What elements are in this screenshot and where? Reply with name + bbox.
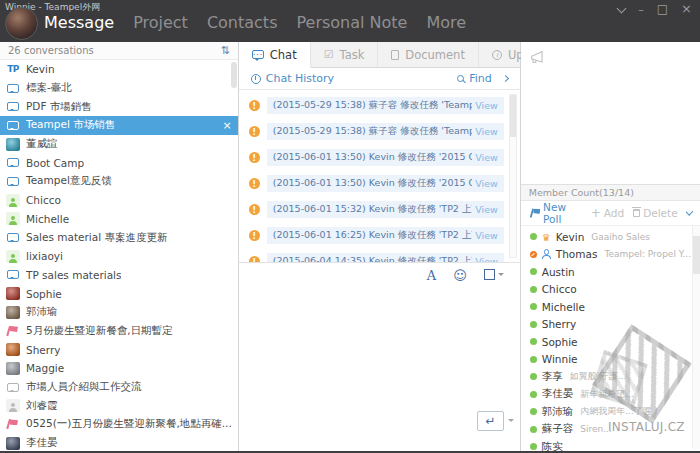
message-row[interactable]: (2015-06-01 16:25) Kevin 修改任務 'TP2 上市規劃'…: [249, 227, 504, 244]
member-status: 內網我周年...了喔！: [580, 405, 661, 418]
member-scrollbar-thumb[interactable]: [693, 236, 700, 274]
conversation-item[interactable]: 5月份慶生暨迎新餐會,日期暫定: [0, 322, 238, 341]
collapse-window-icon[interactable]: [617, 3, 627, 13]
view-link[interactable]: View: [475, 204, 498, 215]
presence-online-icon: [530, 443, 537, 450]
conversation-item[interactable]: 董威諠: [0, 135, 238, 154]
conversation-item[interactable]: Michelle: [0, 210, 238, 229]
maximize-button[interactable]: [657, 4, 668, 15]
delete-member-button[interactable]: Delete: [633, 207, 678, 219]
add-member-button[interactable]: Add: [591, 207, 624, 219]
conversation-item[interactable]: Chicco: [0, 191, 238, 210]
screenshot-button[interactable]: [484, 269, 495, 280]
conversation-item[interactable]: TP sales materials: [0, 266, 238, 285]
warning-icon: [249, 204, 260, 215]
message-row[interactable]: (2015-06-04 14:35) Kevin 修改任務 'TP2 上市規劃'…: [249, 253, 504, 262]
conversation-item[interactable]: 郭沛瑜: [0, 303, 238, 322]
conversation-item[interactable]: 市場人員介紹與工作交流: [0, 378, 238, 397]
conversation-name: 5月份慶生暨迎新餐會,日期暫定: [26, 324, 173, 338]
conversation-item[interactable]: 刘睿霞: [0, 396, 238, 415]
member-row[interactable]: Chicco: [521, 281, 700, 299]
message-text: (2015-06-04 14:35) Kevin 修改任務 'TP2 上市規劃': [273, 255, 472, 262]
conversation-item[interactable]: Sherry: [0, 340, 238, 359]
conversation-item[interactable]: PDF 市場銷售: [0, 97, 238, 116]
member-row[interactable]: 郭沛瑜內網我周年...了喔！: [521, 403, 700, 421]
conversation-item[interactable]: Teampel意见反馈: [0, 172, 238, 191]
message-row[interactable]: (2015-06-01 13:50) Kevin 修改任務 '2015 Q2 T…: [249, 149, 504, 166]
screenshot-dropdown-icon[interactable]: [498, 273, 504, 279]
tab-task[interactable]: Task: [311, 42, 379, 67]
conversation-item[interactable]: Boot Camp: [0, 153, 238, 172]
member-row[interactable]: ThomasTeampel: Propel Y...: [521, 246, 700, 264]
close-button[interactable]: [681, 4, 692, 15]
message-text: (2015-06-01 13:50) Kevin 修改任務 '2015 Q1, …: [273, 177, 472, 190]
member-scrollbar[interactable]: [692, 226, 700, 449]
new-poll-button[interactable]: New Poll: [529, 201, 582, 225]
conversation-item[interactable]: TPKevin: [0, 60, 238, 79]
conversation-item[interactable]: Sophie: [0, 284, 238, 303]
chat-icon: [6, 175, 20, 188]
collapse-members-icon[interactable]: [685, 207, 693, 215]
message-input[interactable]: [239, 286, 520, 451]
message-row[interactable]: (2015-05-29 15:38) 蘇子容 修改任務 'Teampel官網異動…: [249, 123, 504, 140]
find-link[interactable]: Find: [469, 72, 492, 85]
member-row[interactable]: 蘇子容Siren...: [521, 421, 700, 439]
announcement-area[interactable]: [521, 42, 700, 185]
message-row[interactable]: (2015-06-01 15:32) Kevin 修改任務 'TP2 上市規劃'…: [249, 201, 504, 218]
conversation-item[interactable]: 李佳晏: [0, 434, 238, 451]
member-name: Winnie: [542, 353, 578, 365]
chat-history-link[interactable]: Chat History: [266, 72, 334, 85]
message-row[interactable]: (2015-05-29 15:38) 蘇子容 修改任務 'Teampel官網異動…: [249, 97, 504, 114]
conversation-item[interactable]: 0525(一)五月份慶生暨迎新聚餐,地點再確...: [0, 415, 238, 434]
member-row[interactable]: 李享如翼般 守護...: [521, 368, 700, 386]
conversation-name: 郭沛瑜: [26, 305, 58, 319]
tab-chat[interactable]: Chat: [239, 42, 311, 68]
member-row[interactable]: 陈实: [521, 438, 700, 451]
presence-online-icon: [530, 268, 537, 275]
sort-icon[interactable]: [221, 44, 230, 57]
nav-item-message[interactable]: Message: [44, 13, 114, 32]
send-button[interactable]: [477, 411, 504, 431]
member-row[interactable]: Sophie: [521, 333, 700, 351]
chat-scrollbar[interactable]: [509, 94, 517, 258]
chat-scrollbar-thumb[interactable]: [510, 95, 516, 137]
nav-item-contacts[interactable]: Contacts: [207, 13, 278, 32]
message-row[interactable]: (2015-06-01 13:50) Kevin 修改任務 '2015 Q1, …: [249, 175, 504, 192]
view-link[interactable]: View: [475, 152, 498, 163]
tab-document[interactable]: Document: [378, 42, 479, 67]
member-row[interactable]: Austin: [521, 263, 700, 281]
send-options-icon[interactable]: [508, 419, 514, 425]
member-row[interactable]: Sherry: [521, 316, 700, 334]
member-row[interactable]: 李佳晏新年新希望...: [521, 386, 700, 404]
view-link[interactable]: View: [475, 100, 498, 111]
member-row[interactable]: Michelle: [521, 298, 700, 316]
member-row[interactable]: KevinGaaiho Sales: [521, 228, 700, 246]
conversation-item[interactable]: 標案-臺北: [0, 79, 238, 98]
view-link[interactable]: View: [475, 126, 498, 137]
avatar-icon: [6, 343, 20, 356]
avatar-icon: [6, 287, 20, 300]
emoji-button[interactable]: [453, 265, 467, 284]
find-next-icon[interactable]: [502, 75, 509, 82]
sidebar-scrollbar-thumb[interactable]: [231, 62, 237, 88]
nav-item-project[interactable]: Project: [133, 13, 188, 32]
view-link[interactable]: View: [475, 178, 498, 189]
nav-item-more[interactable]: More: [426, 13, 466, 32]
font-button[interactable]: [427, 265, 436, 284]
conversation-name: Michelle: [26, 213, 69, 225]
view-link[interactable]: View: [475, 256, 498, 262]
conversation-name: 刘睿霞: [26, 399, 58, 413]
view-link[interactable]: View: [475, 230, 498, 241]
conversation-item[interactable]: lixiaoyi: [0, 247, 238, 266]
user-avatar[interactable]: [5, 7, 38, 40]
nav-item-personal-note[interactable]: Personal Note: [296, 13, 407, 32]
minimize-button[interactable]: [638, 5, 644, 15]
conversation-item[interactable]: Maggie: [0, 359, 238, 378]
member-row[interactable]: Winnie: [521, 351, 700, 369]
message-body: (2015-05-29 15:38) 蘇子容 修改任務 'Teampel官網異動…: [267, 97, 504, 114]
conversation-item[interactable]: Sales material 專案進度更新: [0, 228, 238, 247]
sidebar-scrollbar[interactable]: [231, 62, 237, 162]
screenshot-group: [484, 269, 504, 280]
conversation-item[interactable]: Teampel 市场销售: [0, 116, 238, 135]
conversation-count-label: 26 conversations: [8, 45, 94, 56]
